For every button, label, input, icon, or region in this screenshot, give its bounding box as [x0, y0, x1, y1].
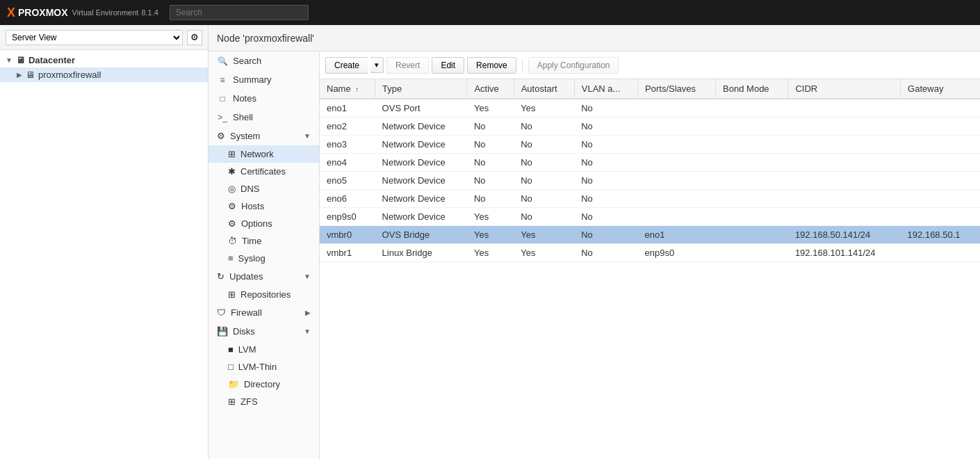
col-gateway[interactable]: Gateway: [901, 79, 980, 99]
table-row[interactable]: eno5Network DeviceNoNoNo: [320, 172, 980, 190]
table-row[interactable]: eno2Network DeviceNoNoNo: [320, 118, 980, 136]
node-icon: 🖥: [26, 70, 35, 80]
sort-icon: ↑: [355, 86, 359, 93]
global-search-input[interactable]: [170, 5, 309, 20]
col-name[interactable]: Name ↑: [320, 79, 375, 99]
create-label: Create: [334, 61, 359, 70]
table-row[interactable]: eno1OVS PortYesYesNo: [320, 99, 980, 118]
col-vlan[interactable]: VLAN a...: [574, 79, 637, 99]
disks-icon: 💾: [217, 326, 228, 337]
syslog-icon: ≡: [228, 253, 234, 264]
apply-config-label: Apply Configuration: [537, 61, 610, 70]
nav-directory[interactable]: 📁 Directory: [209, 376, 319, 393]
nav-hosts[interactable]: ⚙ Hosts: [209, 198, 319, 215]
nav-firewall[interactable]: 🛡 Firewall ▶: [209, 303, 319, 322]
nav-directory-label: Directory: [244, 379, 280, 389]
nav-time[interactable]: ⏱ Time: [209, 232, 319, 250]
node-header: Node 'proxmoxfirewall': [209, 25, 980, 51]
version-label: 8.1.4: [141, 8, 158, 17]
revert-label: Revert: [395, 61, 420, 70]
table-row[interactable]: vmbr0OVS BridgeYesYesNoeno1192.168.50.14…: [320, 226, 980, 244]
table-row[interactable]: eno6Network DeviceNoNoNo: [320, 190, 980, 208]
nav-time-label: Time: [242, 236, 261, 246]
col-cidr[interactable]: CIDR: [788, 79, 901, 99]
left-panel: Server View ⚙ ▼ 🖥 Datacenter ▶ 🖥 proxmox…: [0, 25, 209, 459]
nav-options[interactable]: ⚙ Options: [209, 215, 319, 232]
updates-arrow-icon: ▼: [304, 273, 311, 280]
network-icon: ⊞: [228, 149, 236, 159]
server-view-select[interactable]: Server View: [6, 30, 183, 45]
lvm-icon: ■: [228, 344, 234, 355]
col-type[interactable]: Type: [375, 79, 467, 99]
repositories-icon: ⊞: [228, 289, 236, 300]
nav-lvm-thin[interactable]: □ LVM-Thin: [209, 358, 319, 376]
col-ports[interactable]: Ports/Slaves: [638, 79, 716, 99]
nav-certificates[interactable]: ✱ Certificates: [209, 163, 319, 180]
table-row[interactable]: eno3Network DeviceNoNoNo: [320, 136, 980, 154]
directory-icon: 📁: [228, 379, 239, 389]
tree-datacenter[interactable]: ▼ 🖥 Datacenter: [0, 53, 208, 67]
table-row[interactable]: enp9s0Network DeviceYesNoNo: [320, 208, 980, 226]
logo-x: X: [7, 6, 15, 20]
shell-icon: >_: [217, 113, 228, 122]
resource-tree: ▼ 🖥 Datacenter ▶ 🖥 proxmoxfirewall: [0, 50, 208, 459]
apply-config-button[interactable]: Apply Configuration: [528, 57, 619, 74]
nav-lvm-label: LVM: [238, 344, 256, 355]
nav-dns[interactable]: ◎ DNS: [209, 180, 319, 198]
table-row[interactable]: vmbr1Linux BridgeYesYesNoenp9s0192.168.1…: [320, 244, 980, 262]
nav-summary[interactable]: ≡ Summary: [209, 70, 319, 89]
create-dropdown-button[interactable]: ▾: [370, 57, 384, 73]
firewall-arrow-icon: ▶: [305, 309, 311, 316]
nav-shell[interactable]: >_ Shell: [209, 108, 319, 127]
nav-dns-label: DNS: [240, 184, 259, 194]
network-table: Name ↑ Type Active Autostart VLAN a... P…: [320, 79, 980, 262]
disks-arrow-icon: ▼: [304, 328, 311, 335]
nav-network[interactable]: ⊞ Network: [209, 145, 319, 163]
zfs-icon: ⊞: [228, 396, 236, 407]
nav-search[interactable]: 🔍 Search: [209, 51, 319, 70]
table-row[interactable]: eno4Network DeviceNoNoNo: [320, 154, 980, 172]
nav-updates[interactable]: ↻ Updates ▼: [209, 267, 319, 286]
search-icon: 🔍: [217, 56, 228, 66]
datacenter-label: Datacenter: [28, 55, 75, 65]
nav-syslog[interactable]: ≡ Syslog: [209, 250, 319, 267]
nav-repositories[interactable]: ⊞ Repositories: [209, 286, 319, 303]
nav-repositories-label: Repositories: [240, 289, 291, 300]
system-icon: ⚙: [217, 131, 225, 141]
nav-disks[interactable]: 💾 Disks ▼: [209, 322, 319, 341]
right-panel: Node 'proxmoxfirewall' 🔍 Search ≡ Summar…: [209, 25, 980, 459]
toolbar: Create ▾ Revert Edit Remove Apply Config…: [320, 51, 980, 79]
nav-lvm-thin-label: LVM-Thin: [238, 362, 277, 372]
node-label: proxmoxfirewall: [38, 70, 101, 80]
col-autostart[interactable]: Autostart: [514, 79, 574, 99]
proxmox-logo: X PROXMOX Virtual Environment 8.1.4: [7, 6, 158, 20]
nav-notes-label: Notes: [233, 93, 256, 104]
time-icon: ⏱: [228, 236, 237, 246]
nav-lvm[interactable]: ■ LVM: [209, 341, 319, 358]
nav-firewall-label: Firewall: [231, 307, 262, 318]
nav-system-label: System: [230, 131, 260, 141]
lvm-thin-icon: □: [228, 362, 234, 372]
nav-system[interactable]: ⚙ System ▼: [209, 127, 319, 145]
edit-button[interactable]: Edit: [432, 57, 464, 74]
edit-label: Edit: [441, 61, 455, 70]
nav-certificates-label: Certificates: [240, 166, 286, 177]
topbar: X PROXMOX Virtual Environment 8.1.4: [0, 0, 980, 25]
firewall-icon: 🛡: [217, 307, 226, 318]
nav-search-label: Search: [233, 56, 261, 66]
datacenter-icon: 🖥: [16, 55, 25, 65]
col-active[interactable]: Active: [467, 79, 514, 99]
node-arrow-icon: ▶: [17, 71, 22, 79]
revert-button[interactable]: Revert: [386, 57, 429, 74]
nav-zfs[interactable]: ⊞ ZFS: [209, 393, 319, 410]
settings-button[interactable]: ⚙: [187, 30, 202, 45]
remove-button[interactable]: Remove: [467, 57, 516, 74]
server-view-bar: Server View ⚙: [0, 25, 208, 50]
nav-notes[interactable]: □ Notes: [209, 89, 319, 108]
tree-node-proxmoxfirewall[interactable]: ▶ 🖥 proxmoxfirewall: [0, 67, 208, 82]
col-bond[interactable]: Bond Mode: [716, 79, 788, 99]
table-header-row: Name ↑ Type Active Autostart VLAN a... P…: [320, 79, 980, 99]
create-button[interactable]: Create: [325, 57, 368, 74]
nav-syslog-label: Syslog: [238, 253, 266, 264]
nav-network-label: Network: [240, 149, 274, 159]
